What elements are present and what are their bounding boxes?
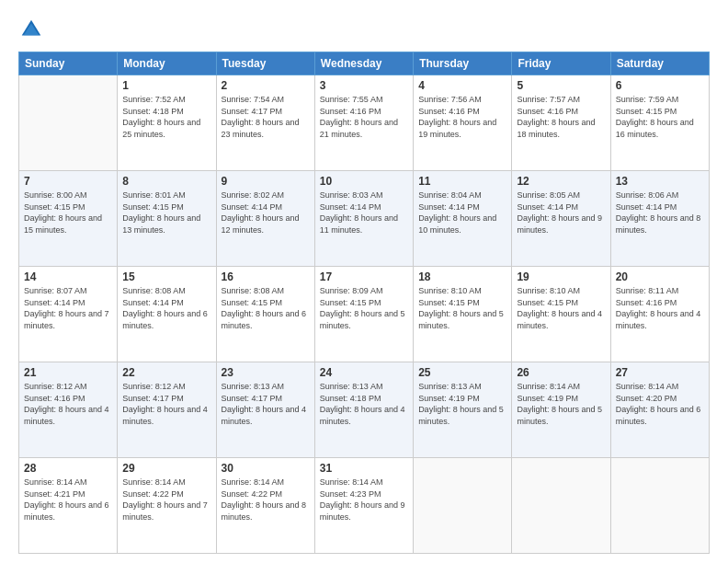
day-number: 17 — [320, 270, 408, 283]
calendar-week-2: 7Sunrise: 8:00 AMSunset: 4:15 PMDaylight… — [19, 171, 710, 267]
logo — [18, 17, 48, 42]
day-number: 11 — [418, 175, 506, 188]
calendar-cell: 26Sunrise: 8:14 AMSunset: 4:19 PMDayligh… — [512, 362, 610, 458]
day-number: 20 — [616, 270, 704, 283]
day-number: 9 — [222, 175, 310, 188]
day-number: 14 — [24, 270, 112, 283]
calendar-cell: 2Sunrise: 7:54 AMSunset: 4:17 PMDaylight… — [216, 75, 314, 171]
day-info: Sunrise: 8:09 AMSunset: 4:15 PMDaylight:… — [320, 285, 408, 331]
calendar-table: SundayMondayTuesdayWednesdayThursdayFrid… — [18, 52, 710, 554]
day-number: 13 — [616, 175, 704, 188]
calendar-cell: 13Sunrise: 8:06 AMSunset: 4:14 PMDayligh… — [610, 171, 709, 267]
day-info: Sunrise: 8:14 AMSunset: 4:22 PMDaylight:… — [222, 477, 310, 523]
day-info: Sunrise: 8:11 AMSunset: 4:16 PMDaylight:… — [616, 285, 704, 331]
day-info: Sunrise: 8:13 AMSunset: 4:19 PMDaylight:… — [418, 381, 506, 427]
calendar-week-3: 14Sunrise: 8:07 AMSunset: 4:14 PMDayligh… — [19, 267, 710, 362]
calendar-cell: 19Sunrise: 8:10 AMSunset: 4:15 PMDayligh… — [512, 267, 610, 362]
day-info: Sunrise: 8:10 AMSunset: 4:15 PMDaylight:… — [517, 285, 605, 331]
day-info: Sunrise: 8:08 AMSunset: 4:14 PMDaylight:… — [122, 285, 210, 331]
calendar-header-monday: Monday — [118, 52, 216, 75]
day-number: 3 — [320, 79, 408, 92]
day-info: Sunrise: 8:14 AMSunset: 4:19 PMDaylight:… — [517, 381, 605, 427]
day-number: 19 — [517, 270, 605, 283]
day-info: Sunrise: 8:14 AMSunset: 4:23 PMDaylight:… — [320, 477, 408, 523]
day-info: Sunrise: 8:06 AMSunset: 4:14 PMDaylight:… — [616, 190, 704, 236]
calendar-week-4: 21Sunrise: 8:12 AMSunset: 4:16 PMDayligh… — [19, 362, 710, 458]
day-info: Sunrise: 8:03 AMSunset: 4:14 PMDaylight:… — [320, 190, 408, 236]
day-info: Sunrise: 8:13 AMSunset: 4:18 PMDaylight:… — [320, 381, 408, 427]
day-number: 22 — [122, 366, 210, 379]
day-number: 4 — [418, 79, 506, 92]
day-number: 25 — [418, 366, 506, 379]
day-info: Sunrise: 8:00 AMSunset: 4:15 PMDaylight:… — [24, 190, 112, 236]
day-number: 10 — [320, 175, 408, 188]
calendar-cell: 28Sunrise: 8:14 AMSunset: 4:21 PMDayligh… — [19, 458, 118, 554]
day-info: Sunrise: 8:12 AMSunset: 4:17 PMDaylight:… — [122, 381, 210, 427]
calendar-week-5: 28Sunrise: 8:14 AMSunset: 4:21 PMDayligh… — [19, 458, 710, 554]
calendar-cell: 8Sunrise: 8:01 AMSunset: 4:15 PMDaylight… — [118, 171, 216, 267]
day-info: Sunrise: 8:05 AMSunset: 4:14 PMDaylight:… — [517, 190, 605, 236]
day-number: 23 — [222, 366, 310, 379]
day-number: 31 — [320, 462, 408, 475]
day-info: Sunrise: 8:14 AMSunset: 4:22 PMDaylight:… — [122, 477, 210, 523]
calendar-cell: 4Sunrise: 7:56 AMSunset: 4:16 PMDaylight… — [414, 75, 512, 171]
calendar-header-sunday: Sunday — [19, 52, 118, 75]
day-number: 21 — [24, 366, 112, 379]
calendar-cell: 16Sunrise: 8:08 AMSunset: 4:15 PMDayligh… — [216, 267, 314, 362]
day-number: 8 — [122, 175, 210, 188]
day-number: 1 — [122, 79, 210, 92]
day-info: Sunrise: 8:12 AMSunset: 4:16 PMDaylight:… — [24, 381, 112, 427]
day-number: 30 — [222, 462, 310, 475]
day-number: 12 — [517, 175, 605, 188]
calendar-cell: 7Sunrise: 8:00 AMSunset: 4:15 PMDaylight… — [19, 171, 118, 267]
calendar-week-1: 1Sunrise: 7:52 AMSunset: 4:18 PMDaylight… — [19, 75, 710, 171]
calendar-header-row: SundayMondayTuesdayWednesdayThursdayFrid… — [19, 52, 710, 75]
day-number: 24 — [320, 366, 408, 379]
calendar-cell: 3Sunrise: 7:55 AMSunset: 4:16 PMDaylight… — [314, 75, 413, 171]
day-info: Sunrise: 7:55 AMSunset: 4:16 PMDaylight:… — [320, 94, 408, 140]
day-info: Sunrise: 8:01 AMSunset: 4:15 PMDaylight:… — [122, 190, 210, 236]
calendar-header-friday: Friday — [512, 52, 610, 75]
day-info: Sunrise: 7:52 AMSunset: 4:18 PMDaylight:… — [122, 94, 210, 140]
calendar-header-thursday: Thursday — [414, 52, 512, 75]
page: SundayMondayTuesdayWednesdayThursdayFrid… — [0, 0, 728, 563]
day-info: Sunrise: 8:10 AMSunset: 4:15 PMDaylight:… — [418, 285, 506, 331]
calendar-header-saturday: Saturday — [610, 52, 709, 75]
calendar-cell — [414, 458, 512, 554]
calendar-cell: 10Sunrise: 8:03 AMSunset: 4:14 PMDayligh… — [314, 171, 413, 267]
header — [18, 17, 710, 42]
day-number: 27 — [616, 366, 704, 379]
day-info: Sunrise: 8:14 AMSunset: 4:21 PMDaylight:… — [24, 477, 112, 523]
calendar-header-tuesday: Tuesday — [216, 52, 314, 75]
calendar-cell: 24Sunrise: 8:13 AMSunset: 4:18 PMDayligh… — [314, 362, 413, 458]
calendar-cell: 21Sunrise: 8:12 AMSunset: 4:16 PMDayligh… — [19, 362, 118, 458]
day-info: Sunrise: 7:59 AMSunset: 4:15 PMDaylight:… — [616, 94, 704, 140]
day-number: 29 — [122, 462, 210, 475]
day-info: Sunrise: 7:57 AMSunset: 4:16 PMDaylight:… — [517, 94, 605, 140]
calendar-cell: 9Sunrise: 8:02 AMSunset: 4:14 PMDaylight… — [216, 171, 314, 267]
day-number: 2 — [222, 79, 310, 92]
day-number: 26 — [517, 366, 605, 379]
day-info: Sunrise: 8:04 AMSunset: 4:14 PMDaylight:… — [418, 190, 506, 236]
day-info: Sunrise: 8:13 AMSunset: 4:17 PMDaylight:… — [222, 381, 310, 427]
logo-icon — [18, 17, 44, 42]
day-number: 7 — [24, 175, 112, 188]
calendar-cell: 6Sunrise: 7:59 AMSunset: 4:15 PMDaylight… — [610, 75, 709, 171]
calendar-cell — [512, 458, 610, 554]
day-info: Sunrise: 7:56 AMSunset: 4:16 PMDaylight:… — [418, 94, 506, 140]
calendar-header-wednesday: Wednesday — [314, 52, 413, 75]
day-number: 15 — [122, 270, 210, 283]
calendar-cell: 29Sunrise: 8:14 AMSunset: 4:22 PMDayligh… — [118, 458, 216, 554]
calendar-cell: 30Sunrise: 8:14 AMSunset: 4:22 PMDayligh… — [216, 458, 314, 554]
calendar-cell: 17Sunrise: 8:09 AMSunset: 4:15 PMDayligh… — [314, 267, 413, 362]
calendar-cell: 15Sunrise: 8:08 AMSunset: 4:14 PMDayligh… — [118, 267, 216, 362]
day-number: 5 — [517, 79, 605, 92]
calendar-cell: 18Sunrise: 8:10 AMSunset: 4:15 PMDayligh… — [414, 267, 512, 362]
day-info: Sunrise: 8:02 AMSunset: 4:14 PMDaylight:… — [222, 190, 310, 236]
calendar-cell — [610, 458, 709, 554]
calendar-cell: 22Sunrise: 8:12 AMSunset: 4:17 PMDayligh… — [118, 362, 216, 458]
calendar-cell: 1Sunrise: 7:52 AMSunset: 4:18 PMDaylight… — [118, 75, 216, 171]
day-number: 18 — [418, 270, 506, 283]
day-number: 16 — [222, 270, 310, 283]
calendar-cell: 31Sunrise: 8:14 AMSunset: 4:23 PMDayligh… — [314, 458, 413, 554]
